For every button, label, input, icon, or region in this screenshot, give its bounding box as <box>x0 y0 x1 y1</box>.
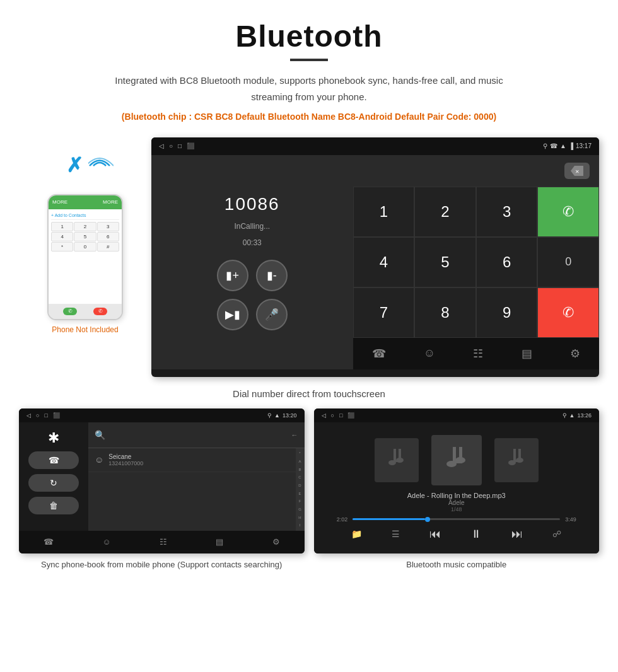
nav-voicemail-icon[interactable]: ▤ <box>522 347 532 361</box>
alpha-i[interactable]: H <box>296 516 305 519</box>
phone-key-1: 1 <box>51 222 73 231</box>
contacts-main: 🔍 ← ☺ Seicane 13241007000 <box>88 422 305 531</box>
contacts-nav-settings[interactable]: ⚙ <box>272 537 280 547</box>
alphabet-strip: * A B C D E F G H I <box>296 448 305 531</box>
dial-section: ✗ MORE MORE + Add to Contacts 1 2 3 4 5 <box>0 131 618 383</box>
alpha-c[interactable]: B <box>296 468 305 472</box>
sidebar-refresh-pill[interactable]: ↻ <box>28 474 79 492</box>
svg-rect-8 <box>459 447 462 458</box>
contacts-location-icon: ⚲ <box>267 412 272 419</box>
backspace-btn[interactable]: ✕ <box>564 163 590 179</box>
alpha-a[interactable]: * <box>296 451 305 455</box>
android-dial-screen: ◁ ○ □ ⬛ ⚲ ☎ ▲ ▐ 13:17 10086 InCalling...… <box>151 137 599 377</box>
music-next-icon[interactable]: ⏭ <box>511 528 523 541</box>
android-contacts-screen: ◁ ○ □ ⬛ ⚲ ▲ 13:20 ✱ ☎ ↻ 🗑 <box>19 408 305 553</box>
bluetooth-specs: (Bluetooth chip : CSR BC8 Default Blueto… <box>38 110 580 125</box>
call-status: InCalling... <box>234 222 270 231</box>
svg-point-5 <box>388 460 396 465</box>
music-note-icon-right <box>507 449 526 472</box>
alpha-d[interactable]: C <box>296 475 305 479</box>
key-8[interactable]: 8 <box>414 287 476 338</box>
key-0[interactable]: 0 <box>537 237 599 287</box>
contacts-back-icon: ◁ <box>26 412 31 419</box>
title-underline <box>290 59 328 61</box>
music-location-icon: ⚲ <box>563 412 567 419</box>
phone-bar-right: MORE <box>103 199 118 205</box>
key-3[interactable]: 3 <box>476 187 538 237</box>
volume-up-btn[interactable]: ▮+ <box>217 260 248 291</box>
alpha-e[interactable]: D <box>296 484 305 487</box>
music-folder-icon[interactable]: 📁 <box>351 529 362 539</box>
dial-controls-row2: ▶▮ 🎤 <box>217 299 288 330</box>
contacts-sidebar: ✱ ☎ ↻ 🗑 <box>19 422 88 531</box>
recents-icon: □ <box>178 142 182 149</box>
music-play-pause-icon[interactable]: ⏸ <box>470 528 482 541</box>
music-eq-icon[interactable]: ☍ <box>552 529 561 539</box>
svg-rect-3 <box>399 449 401 459</box>
music-prev-icon[interactable]: ⏮ <box>429 528 441 541</box>
contacts-notif-icon: ⬛ <box>53 412 60 419</box>
alpha-f[interactable]: E <box>296 492 305 495</box>
sidebar-phone-pill[interactable]: ☎ <box>28 451 79 469</box>
call-end-btn[interactable]: ✆ <box>537 287 599 338</box>
dial-nav-bar: ☎ ☺ ☷ ▤ ⚙ <box>353 338 600 369</box>
contacts-nav-log[interactable]: ▤ <box>216 537 223 547</box>
nav-contacts-icon[interactable]: ☺ <box>424 347 435 360</box>
bluetooth-signal-graphic: ✗ <box>60 150 110 188</box>
sidebar-bluetooth-icon: ✱ <box>48 430 59 446</box>
back-icon: ◁ <box>159 142 164 149</box>
transfer-btn[interactable]: ▶▮ <box>217 299 248 330</box>
contact-item[interactable]: ☺ Seicane 13241007000 <box>88 448 296 472</box>
call-timer: 00:33 <box>243 238 262 247</box>
nav-dialpad-icon[interactable]: ☷ <box>473 347 483 361</box>
alpha-g[interactable]: F <box>296 499 305 503</box>
volume-down-btn[interactable]: ▮- <box>256 260 288 291</box>
contacts-search-icon: 🔍 <box>95 430 105 440</box>
key-6[interactable]: 6 <box>476 237 538 287</box>
music-note-icon-center <box>445 447 468 473</box>
time-display: 13:17 <box>576 142 592 149</box>
key-7[interactable]: 7 <box>353 287 415 338</box>
nav-settings-icon[interactable]: ⚙ <box>570 347 580 361</box>
contacts-back-arrow-icon: ← <box>291 431 298 439</box>
sidebar-delete-pill[interactable]: 🗑 <box>28 497 79 514</box>
phone-key-6: 6 <box>97 232 119 241</box>
music-caption: Bluetooth music compatible <box>314 553 600 574</box>
contacts-nav-bar: ☎ ☺ ☷ ▤ ⚙ <box>19 531 305 553</box>
alpha-b[interactable]: A <box>296 460 305 463</box>
contacts-nav-phone[interactable]: ☎ <box>44 537 54 547</box>
contacts-nav-person[interactable]: ☺ <box>102 537 110 547</box>
key-1[interactable]: 1 <box>353 187 415 237</box>
music-home-icon: ○ <box>331 412 334 419</box>
music-status-bar: ◁ ○ □ ⬛ ⚲ ▲ 13:26 <box>314 408 600 422</box>
key-5[interactable]: 5 <box>414 237 476 287</box>
mute-btn[interactable]: 🎤 <box>256 299 288 330</box>
music-info: Adele - Rolling In the Deep.mp3 Adele 1/… <box>407 492 506 513</box>
alpha-j[interactable]: I <box>296 523 305 527</box>
android-music-screen: ◁ ○ □ ⬛ ⚲ ▲ 13:26 <box>314 408 600 553</box>
contact-phone: 13241007000 <box>108 460 143 466</box>
phone-key-hash: # <box>97 242 119 252</box>
svg-text:✕: ✕ <box>575 169 580 175</box>
alpha-h[interactable]: G <box>296 507 305 511</box>
key-4[interactable]: 4 <box>353 237 415 287</box>
contacts-status-bar: ◁ ○ □ ⬛ ⚲ ▲ 13:20 <box>19 408 305 422</box>
location-icon: ⚲ <box>543 142 547 149</box>
contacts-search-input[interactable] <box>110 427 286 443</box>
music-time-current: 2:02 <box>337 516 348 523</box>
contacts-nav-grid[interactable]: ☷ <box>160 537 167 547</box>
call-accept-btn[interactable]: ✆ <box>537 187 599 237</box>
key-2[interactable]: 2 <box>414 187 476 237</box>
phone-answer-btn: ✆ <box>63 308 77 315</box>
home-icon: ○ <box>169 142 173 149</box>
contact-avatar-icon: ☺ <box>95 455 103 465</box>
music-list-icon[interactable]: ☰ <box>392 529 400 539</box>
progress-bar-fill <box>353 518 425 520</box>
music-layout: Adele - Rolling In the Deep.mp3 Adele 1/… <box>314 422 600 553</box>
phone-key-0: 0 <box>74 242 96 252</box>
key-9[interactable]: 9 <box>476 287 538 338</box>
album-art-right <box>494 438 539 482</box>
phone-key-4: 4 <box>51 232 73 241</box>
phone-bottom-bar: ✆ ✆ <box>49 304 122 319</box>
nav-phone-icon[interactable]: ☎ <box>372 347 386 361</box>
